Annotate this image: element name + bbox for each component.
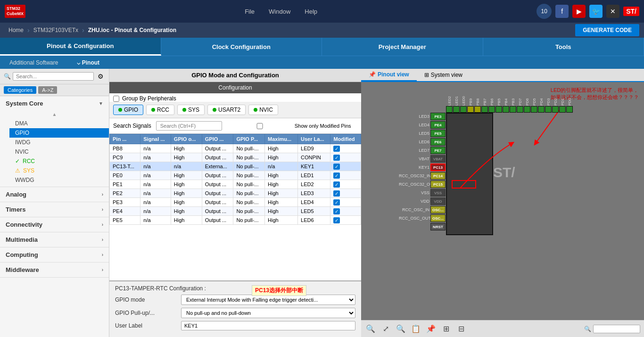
table-row[interactable]: PC9n/aHighOutput ...No pull-...HighCONPI… [110,153,361,162]
col-gpio-p[interactable]: GPIO P... [233,134,265,144]
col-pin[interactable]: Pin ... [110,134,140,144]
layout-button[interactable]: ⊟ [455,323,467,335]
connectivity-header[interactable]: Connectivity › [0,217,109,232]
fit-view-button[interactable]: ⤢ [380,323,391,335]
categories-button[interactable]: Categories [4,86,36,94]
top-pin: PB3 [510,87,516,113]
sidebar-section-timers: Timers › [0,202,109,217]
sidebar-section-multimedia: Multimedia › [0,232,109,247]
sidebar-item-sys[interactable]: ⚠ SYS [9,166,109,175]
table-row[interactable]: PC13-T...n/an/aExterna...No pull-...n/aK… [110,162,361,171]
analog-header[interactable]: Analog › [0,187,109,202]
network-icon[interactable]: ✕ [606,5,619,18]
show-modified-label[interactable]: Show only Modified Pins [227,123,351,129]
col-signal[interactable]: Signal ... [140,134,171,144]
table-row[interactable]: PB8n/aHighOutput ...No pull-...HighLED9✓ [110,144,361,153]
table-row[interactable]: PE4n/aHighOutput ...No pull-...HighLED5✓ [110,207,361,216]
multimedia-header[interactable]: Multimedia › [0,232,109,247]
top-pin: PB6 [488,87,495,113]
nav-menu: File Window Help [35,8,527,15]
system-core-header[interactable]: System Core ▼ [0,96,109,111]
sidebar-item-nvic[interactable]: NVIC [9,147,109,156]
col-gpio-o[interactable]: GPIO o... [171,134,202,144]
col-modified[interactable]: Modified [330,134,361,144]
youtube-icon[interactable]: ▶ [572,5,586,18]
modified-check: ✓ [333,173,340,179]
table-row[interactable]: PE1n/aHighOutput ...No pull-...HighLED2✓ [110,180,361,189]
sub-tab-pinout[interactable]: ⌵ Pinout [67,56,109,69]
gpio-tab-sys[interactable]: SYS [177,105,205,115]
toolbar-search-area: 🔍 [584,325,640,333]
gpio-tab-nvic[interactable]: NVIC [248,105,278,115]
left-pin-row: RCC_OSC32_OUTPC15 [399,181,446,188]
left-pin-row: KEY1PC13 [399,164,446,171]
zoom-in-button[interactable]: 🔍 [365,323,376,335]
table-row[interactable]: PE5n/aHighOutput ...No pull-...HighLED6✓ [110,216,361,225]
sidebar-item-gpio[interactable]: GPIO [9,128,109,138]
sidebar-section-analog: Analog › [0,187,109,202]
tab-pinout-config[interactable]: Pinout & Configuration [0,38,161,56]
gpio-pullup-select[interactable]: No pull-up and no pull-down [181,308,355,318]
sidebar-item-rcc[interactable]: ✓ RCC [9,156,109,166]
sidebar-item-iwdg[interactable]: IWDG [9,138,109,147]
gpio-tab-gpio[interactable]: GPIO [113,105,143,115]
tab-project-manager[interactable]: Project Manager [322,38,483,56]
generate-code-button[interactable]: GENERATE CODE [575,24,639,36]
sidebar-section-computing: Computing › [0,247,109,263]
col-label[interactable]: User La... [298,134,330,144]
bottom-config: PC13-TAMPER-RTC Configuration : PC13选择外部… [109,280,361,337]
group-by-checkbox[interactable] [113,96,119,102]
sub-tab-additional[interactable]: Additional Software [0,56,67,69]
pin-box: PE7 [430,147,446,154]
table-row[interactable]: PE0n/aHighOutput ...No pull-...HighLED1✓ [110,171,361,180]
computing-header[interactable]: Computing › [0,247,109,262]
settings-icon[interactable]: ⚙ [96,72,105,81]
middleware-header[interactable]: Middleware › [0,263,109,277]
show-modified-checkbox[interactable] [227,123,293,129]
toolbar-search-input[interactable] [593,325,640,333]
tab-tools[interactable]: Tools [483,38,644,56]
sidebar-section-middleware: Middleware › [0,263,109,278]
top-pin: PD0 [566,87,573,113]
copy-button[interactable]: 📋 [410,323,421,335]
az-button[interactable]: A->Z [38,86,57,94]
grid-button[interactable]: ⊞ [440,323,452,335]
tab-system-view[interactable]: ⊞ System view [417,69,470,81]
col-max[interactable]: Maximu... [265,134,298,144]
breadcrumb-device[interactable]: STM32F103VETx [30,27,82,33]
help-menu[interactable]: Help [305,8,317,15]
group-by-peripherals[interactable]: Group By Peripherals [113,95,357,102]
left-pin-row: LED6PE6 [399,138,446,146]
breadcrumb-project[interactable]: ZHU.ioc - Pinout & Configuration [84,27,180,33]
twitter-icon[interactable]: 🐦 [589,5,603,18]
col-gpio[interactable]: GPIO ... [202,134,233,144]
zoom-out-button[interactable]: 🔍 [395,323,406,335]
config-title: GPIO Mode and Configuration [109,69,361,82]
facebook-icon[interactable]: f [555,5,569,18]
gpio-tab-rcc[interactable]: RCC [146,105,174,115]
pin-box: OSC... [430,214,446,222]
scroll-up-arrow[interactable]: ▲ [0,111,109,118]
file-menu[interactable]: File [245,8,255,15]
table-row[interactable]: PE2n/aHighOutput ...No pull-...HighLED3✓ [110,189,361,198]
rcc-dot [151,108,155,112]
breadcrumb-home[interactable]: Home [5,27,27,33]
paste-button[interactable]: 📌 [425,323,437,335]
window-menu[interactable]: Window [269,8,290,15]
grid-icon: ⊞ [424,72,429,78]
tab-pinout-view[interactable]: 📌 Pinout view [361,69,417,81]
sidebar-item-wwdg[interactable]: WWDG [9,175,109,185]
user-label-input[interactable] [181,321,355,330]
table-row[interactable]: PE3n/aHighOutput ...No pull-...HighLED4✓ [110,198,361,207]
sidebar-item-dma[interactable]: DMA [9,119,109,128]
tab-clock-config[interactable]: Clock Configuration [161,38,322,56]
timers-header[interactable]: Timers › [0,202,109,217]
sidebar-search-input[interactable] [13,72,94,81]
gpio-tab-usart2[interactable]: USART2 [207,105,246,115]
search-signals-input[interactable] [156,121,222,131]
gpio-mode-row: GPIO mode External Interrupt Mode with F… [115,295,355,305]
gpio-mode-select[interactable]: External Interrupt Mode with Falling edg… [181,295,355,305]
gpio-dot [118,108,122,112]
user-label-row: User Label [115,321,355,330]
chip-body [446,113,493,235]
